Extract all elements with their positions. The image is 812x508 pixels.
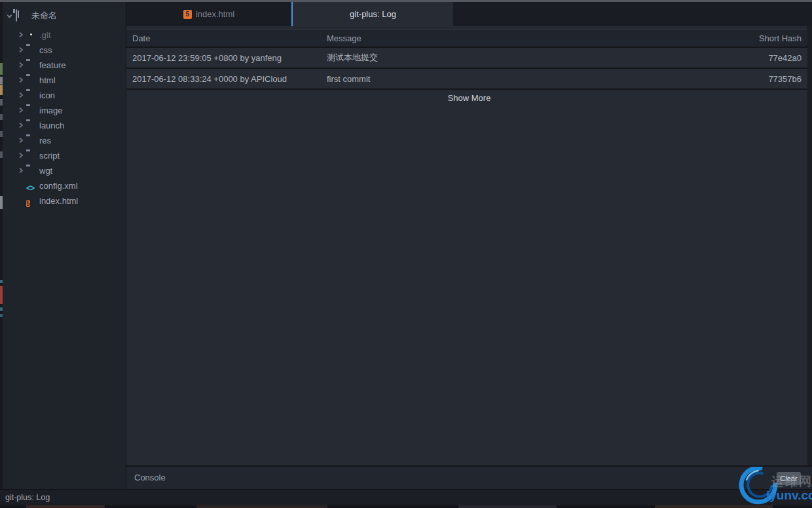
console-clear-button[interactable]: Clear: [777, 472, 801, 485]
html5-icon: 5: [183, 10, 192, 19]
sidebar-item-label: launch: [39, 121, 64, 130]
column-header-date: Date: [126, 33, 327, 43]
project-root-item[interactable]: 未命名: [3, 8, 126, 24]
column-header-short-hash: Short Hash: [701, 33, 812, 43]
sidebar-item-label: index.html: [39, 196, 78, 206]
chevron-right-icon[interactable]: [18, 92, 24, 98]
git-log-panel: Date Message Short Hash 2017-06-12 23:59…: [126, 26, 812, 465]
tab-git-plus-log[interactable]: git-plus: Log: [291, 2, 453, 26]
status-bar-text: git-plus: Log: [5, 493, 50, 502]
tab-index-html[interactable]: 5 index.html: [126, 2, 291, 26]
html5-file-icon: 5: [26, 197, 30, 208]
sidebar-item-label: feature: [39, 60, 65, 70]
tab-bar: 5 index.html git-plus: Log: [126, 2, 812, 26]
chevron-right-icon[interactable]: [18, 47, 24, 53]
sidebar-item-label: html: [39, 75, 56, 85]
sidebar-item-feature[interactable]: feature: [3, 58, 126, 73]
tree-view-sidebar: 未命名 .git css feature html icon: [3, 2, 126, 489]
commit-short-hash: 77e42a0: [701, 53, 812, 63]
chevron-right-icon[interactable]: [18, 167, 24, 174]
commit-row[interactable]: 2017-06-12 08:33:24 +0000 by APICloud fi…: [126, 69, 812, 90]
sidebar-item-label: image: [39, 106, 62, 115]
column-header-message: Message: [327, 33, 701, 43]
sidebar-item-label: .git: [39, 30, 50, 40]
log-table-header: Date Message Short Hash: [126, 29, 812, 48]
chevron-right-icon[interactable]: [18, 62, 24, 68]
commit-date: 2017-06-12 08:33:24 +0000 by APICloud: [126, 74, 327, 84]
sidebar-item-label: css: [39, 45, 52, 55]
tab-label: git-plus: Log: [350, 9, 396, 19]
chevron-right-icon[interactable]: [18, 31, 24, 38]
sidebar-item-css[interactable]: css: [3, 43, 126, 58]
commit-message: 测试本地提交: [327, 52, 701, 64]
status-bar: git-plus: Log: [0, 489, 812, 505]
show-more-button[interactable]: Show More: [126, 90, 812, 106]
console-panel: Console Clear: [126, 465, 812, 489]
repo-icon: [16, 10, 17, 22]
commit-row[interactable]: 2017-06-12 23:59:05 +0800 by yanfeng 测试本…: [126, 48, 812, 69]
console-title: Console: [134, 473, 166, 482]
chevron-right-icon[interactable]: [18, 137, 24, 144]
sidebar-item-wgt[interactable]: wgt: [3, 164, 126, 179]
project-root-label: 未命名: [31, 10, 57, 22]
code-file-icon: <>: [26, 182, 34, 193]
commit-date: 2017-06-12 23:59:05 +0800 by yanfeng: [126, 53, 327, 63]
chevron-right-icon[interactable]: [18, 122, 24, 128]
chevron-down-icon: [7, 13, 12, 19]
sidebar-item-res[interactable]: res: [3, 134, 126, 149]
atom-window: 未命名 .git css feature html icon: [0, 0, 812, 508]
commit-short-hash: 77357b6: [701, 74, 812, 84]
git-folder-icon: [26, 31, 28, 43]
sidebar-item-label: wgt: [39, 166, 52, 176]
sidebar-item-index-html[interactable]: 5 index.html: [3, 194, 126, 209]
desktop-edge-strip: [0, 505, 812, 508]
tab-label: index.html: [196, 9, 234, 19]
sidebar-item-config-xml[interactable]: <> config.xml: [3, 179, 126, 194]
sidebar-item-script[interactable]: script: [3, 149, 126, 164]
sidebar-item-label: config.xml: [39, 181, 78, 191]
chevron-right-icon[interactable]: [18, 77, 24, 83]
sidebar-item-label: icon: [39, 90, 55, 100]
chevron-right-icon[interactable]: [18, 107, 24, 113]
panel-right-edge: [807, 26, 812, 489]
chevron-right-icon[interactable]: [18, 152, 24, 159]
commit-message: first commit: [327, 74, 701, 84]
sidebar-item-label: script: [39, 151, 60, 161]
sidebar-item-launch[interactable]: launch: [3, 119, 126, 134]
sidebar-item-html[interactable]: html: [3, 73, 126, 88]
sidebar-item-icon[interactable]: icon: [3, 88, 126, 104]
sidebar-item-git[interactable]: .git: [3, 28, 126, 43]
sidebar-item-label: res: [39, 136, 51, 146]
sidebar-item-image[interactable]: image: [3, 104, 126, 119]
